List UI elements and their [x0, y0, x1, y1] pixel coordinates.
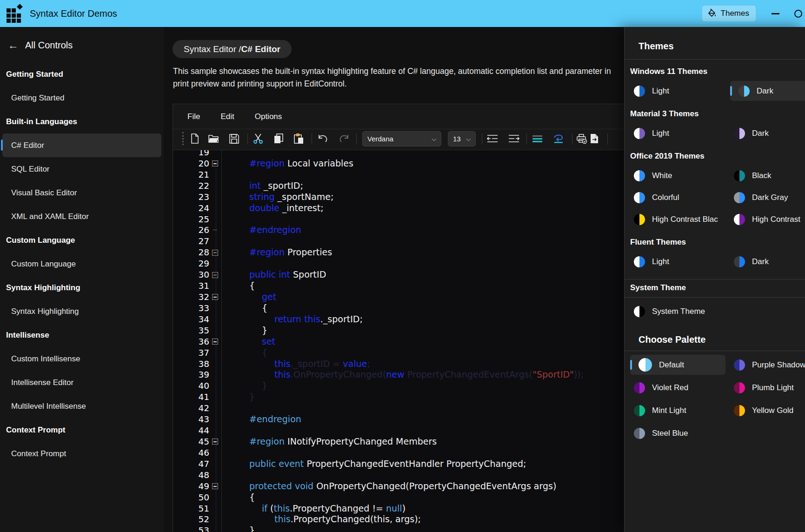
- theme-option-dark[interactable]: Dark: [730, 252, 805, 272]
- maximize-button[interactable]: [794, 10, 802, 18]
- theme-option-dark[interactable]: Dark: [730, 123, 805, 143]
- redo-icon[interactable]: [338, 133, 350, 145]
- menu-edit[interactable]: Edit: [210, 109, 244, 124]
- theme-swatch-icon: [634, 170, 645, 181]
- print-icon[interactable]: [576, 133, 588, 145]
- code-text: {: [223, 492, 255, 503]
- menu-options[interactable]: Options: [245, 109, 293, 124]
- code-text: if (this.PropertyChanged != null): [223, 503, 406, 514]
- theme-option-system-theme[interactable]: System Theme: [630, 301, 725, 321]
- code-text: #endregion: [223, 225, 301, 236]
- sidebar-item-getting-started[interactable]: Getting Started: [0, 86, 164, 110]
- cut-icon[interactable]: [252, 133, 264, 145]
- sidebar: ← All Controls Getting StartedGetting St…: [0, 27, 164, 532]
- sidebar-item-visual-basic-editor[interactable]: Visual Basic Editor: [0, 181, 164, 205]
- theme-option-mint-light[interactable]: Mint Light: [630, 400, 725, 420]
- theme-option-default[interactable]: Default: [630, 355, 725, 375]
- theme-option-label: Dark: [752, 129, 769, 138]
- code-text: string _sportName;: [223, 192, 333, 203]
- choose-palette-title: Choose Palette: [639, 334, 805, 345]
- code-text: this.PropertyChanged(this, args);: [223, 514, 421, 525]
- undo-icon[interactable]: [317, 133, 329, 145]
- theme-section-header: System Theme: [630, 283, 805, 293]
- code-text: {: [223, 303, 267, 314]
- theme-option-label: Mint Light: [652, 406, 686, 415]
- theme-option-dark-gray[interactable]: Dark Gray: [730, 187, 805, 207]
- theme-option-label: Dark: [757, 86, 773, 96]
- theme-option-dark[interactable]: Dark: [730, 81, 805, 101]
- code-text: public int SportID: [223, 269, 326, 280]
- open-file-icon[interactable]: [207, 133, 220, 145]
- save-icon[interactable]: [228, 133, 240, 145]
- fold-collapse-icon[interactable]: [212, 483, 218, 489]
- theme-option-purple-shadow[interactable]: Purple Shadow: [730, 355, 805, 375]
- theme-option-high-contrast-blac[interactable]: High Contrast Blac: [630, 209, 725, 229]
- fold-collapse-icon[interactable]: [212, 294, 218, 300]
- line-number: 39: [173, 369, 209, 380]
- word-wrap-icon[interactable]: [552, 133, 565, 145]
- toolbar-grip-handle[interactable]: [182, 132, 184, 145]
- sidebar-item-xml-and-xaml-editor[interactable]: XML and XAML Editor: [0, 205, 164, 228]
- breadcrumb-current: C# Editor: [241, 44, 280, 54]
- sidebar-item-sql-editor[interactable]: SQL Editor: [0, 157, 164, 181]
- code-text: }: [223, 525, 255, 532]
- font-size-select[interactable]: 13 ⌵: [448, 131, 476, 146]
- font-family-select[interactable]: Verdana ⌵: [362, 131, 441, 146]
- theme-option-label: System Theme: [652, 307, 705, 316]
- theme-option-label: Steel Blue: [652, 429, 688, 438]
- themes-button[interactable]: Themes: [702, 6, 756, 21]
- sidebar-item-intellisense-editor[interactable]: Intellisense Editor: [0, 371, 164, 394]
- sidebar-item-context-prompt[interactable]: Context Prompt: [0, 442, 164, 466]
- sidebar-item-c-editor[interactable]: C# Editor: [2, 133, 161, 157]
- fold-collapse-icon[interactable]: [212, 250, 218, 256]
- theme-option-black[interactable]: Black: [730, 166, 805, 186]
- sidebar-item-multilevel-intellisense[interactable]: Multilevel Intellisense: [0, 394, 164, 418]
- new-file-icon[interactable]: [188, 133, 200, 145]
- theme-option-high-contrast[interactable]: High Contrast: [730, 209, 805, 229]
- line-number: 38: [173, 359, 209, 370]
- theme-option-light[interactable]: Light: [630, 252, 725, 272]
- line-number: 36: [173, 336, 209, 347]
- fold-collapse-icon[interactable]: [212, 160, 218, 166]
- back-arrow-icon[interactable]: ←: [4, 39, 22, 52]
- increase-indent-icon[interactable]: [508, 133, 520, 145]
- fold-collapse-icon[interactable]: [212, 339, 218, 345]
- theme-option-yellow-gold[interactable]: Yellow Gold: [730, 400, 805, 420]
- code-text: this._sportID = value;: [223, 359, 370, 370]
- print-preview-icon[interactable]: [588, 133, 600, 145]
- line-number: 27: [173, 236, 209, 247]
- themes-panel-title: Themes: [639, 41, 805, 52]
- menu-file[interactable]: File: [177, 109, 210, 124]
- theme-swatch-icon: [734, 192, 745, 203]
- theme-option-light[interactable]: Light: [630, 81, 725, 101]
- code-text: }: [223, 392, 255, 403]
- line-number: 42: [173, 403, 209, 414]
- theme-option-light[interactable]: Light: [630, 123, 725, 143]
- chevron-down-icon: ⌵: [432, 135, 436, 143]
- theme-option-colorful[interactable]: Colorful: [630, 187, 725, 207]
- decrease-indent-icon[interactable]: [486, 133, 499, 145]
- fold-end-tick: [213, 230, 217, 230]
- divider: [625, 59, 805, 60]
- code-text: #region Local variables: [223, 158, 353, 169]
- paste-icon[interactable]: [293, 133, 305, 145]
- line-number: 31: [173, 280, 209, 292]
- fold-collapse-icon[interactable]: [212, 272, 218, 278]
- theme-swatch-icon: [734, 128, 745, 139]
- line-number: 43: [173, 414, 209, 425]
- minimize-button[interactable]: [772, 13, 779, 14]
- fold-collapse-icon[interactable]: [212, 439, 218, 445]
- theme-option-white[interactable]: White: [630, 166, 725, 186]
- copy-icon[interactable]: [273, 133, 285, 145]
- sidebar-group-custom-language: Custom Language: [0, 228, 164, 252]
- sidebar-item-custom-language[interactable]: Custom Language: [0, 252, 164, 276]
- sidebar-item-custom-intellisense[interactable]: Custom Intellisense: [0, 347, 164, 371]
- sidebar-nav-list: Getting StartedGetting StartedBuilt-in L…: [0, 62, 164, 466]
- theme-swatch-icon: [734, 256, 745, 267]
- highlight-lines-icon[interactable]: [531, 133, 543, 145]
- sidebar-item-syntax-highlighting[interactable]: Syntax Highlighting: [0, 299, 164, 323]
- theme-row: LightDark: [625, 122, 805, 144]
- theme-option-violet-red[interactable]: Violet Red: [630, 378, 725, 398]
- theme-option-steel-blue[interactable]: Steel Blue: [630, 423, 725, 443]
- theme-option-plumb-light[interactable]: Plumb Light: [730, 378, 805, 398]
